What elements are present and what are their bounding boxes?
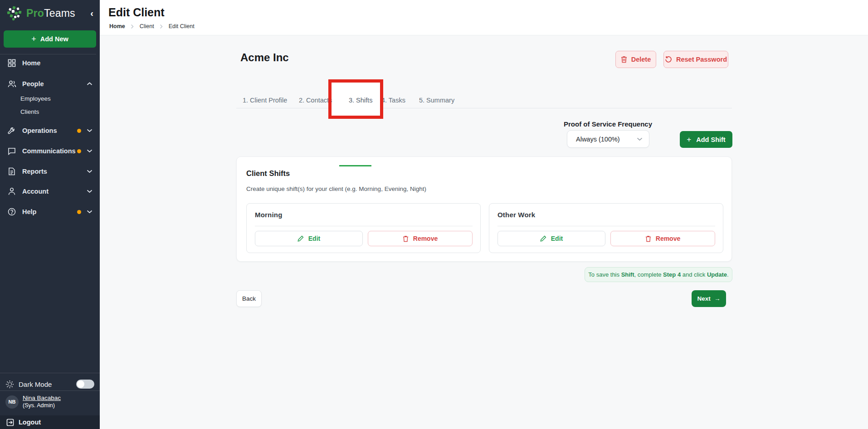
reset-password-button[interactable]: Reset Password	[663, 51, 728, 68]
client-name-heading: Acme Inc	[240, 51, 289, 64]
people-icon	[7, 79, 16, 88]
edit-shift-button[interactable]: Edit	[497, 231, 605, 246]
user-name[interactable]: Nina Bacabac	[23, 395, 61, 402]
plus-icon: +	[687, 135, 691, 144]
chevron-right-icon	[160, 24, 163, 29]
page-title: Edit Client	[108, 6, 165, 19]
notification-dot	[77, 149, 81, 153]
sidebar-item-communications[interactable]: Communications	[0, 144, 100, 158]
delete-button[interactable]: Delete	[615, 51, 656, 68]
add-new-button[interactable]: + Add New	[4, 30, 96, 48]
sidebar-item-people[interactable]: People	[0, 77, 100, 91]
chevron-down-icon	[87, 149, 93, 153]
logout-icon	[6, 419, 14, 426]
client-shifts-card: Client Shifts Create unique shift(s) for…	[236, 156, 732, 262]
dark-mode-toggle[interactable]	[76, 380, 94, 389]
breadcrumb-home[interactable]: Home	[109, 23, 125, 29]
tab-shifts[interactable]: 3. Shifts	[349, 93, 372, 108]
next-button[interactable]: Next →	[692, 290, 726, 307]
edit-shift-button[interactable]: Edit	[255, 231, 363, 246]
logout-button[interactable]: Logout	[0, 415, 100, 429]
proof-of-service-label: Proof of Service Frequency	[564, 120, 700, 128]
wizard-tabs: 1. Client Profile 2. Contacts 3. Shifts …	[236, 93, 732, 108]
page-header: Edit Client Home Client Edit Client	[100, 0, 868, 35]
breadcrumb-client[interactable]: Client	[140, 23, 154, 29]
avatar: NB	[5, 395, 19, 409]
chevron-down-icon	[87, 129, 93, 132]
notification-dot	[77, 210, 81, 214]
user-role: (Sys. Admin)	[23, 402, 61, 410]
breadcrumb: Home Client Edit Client	[109, 23, 195, 29]
sidebar: ProTeams ‹ + Add New Home People Employe…	[0, 0, 100, 429]
app-root: ProTeams ‹ + Add New Home People Employe…	[0, 0, 868, 429]
report-icon	[7, 167, 16, 176]
proteams-logo-icon	[6, 5, 23, 21]
reset-icon	[665, 56, 672, 63]
plus-icon: +	[31, 34, 36, 44]
trash-icon	[403, 235, 409, 242]
help-icon	[7, 207, 16, 216]
dark-mode-row: Dark Mode	[0, 377, 100, 391]
sidebar-item-employees[interactable]: Employees	[0, 93, 100, 104]
shift-name: Morning	[255, 211, 283, 219]
dashboard-icon	[7, 58, 16, 68]
sidebar-collapse-icon[interactable]: ‹	[90, 9, 93, 18]
pencil-icon	[540, 235, 546, 242]
dark-mode-label: Dark Mode	[19, 380, 52, 388]
add-shift-button[interactable]: + Add Shift	[680, 131, 732, 148]
tab-tasks[interactable]: 4. Tasks	[381, 93, 405, 108]
trash-icon	[621, 56, 627, 63]
sidebar-item-account[interactable]: Account	[0, 185, 100, 198]
shift-card-other-work: Other Work Edit Remove	[489, 203, 723, 253]
chevron-down-icon	[87, 170, 93, 173]
save-shift-notice: To save this Shift, complete Step 4 and …	[585, 267, 732, 282]
chevron-down-icon	[87, 210, 93, 214]
active-tab-underline	[339, 165, 371, 166]
client-shifts-description: Create unique shift(s) for your client (…	[246, 185, 426, 192]
chevron-down-icon	[637, 137, 643, 141]
tab-contacts[interactable]: 2. Contacts	[299, 93, 332, 108]
pencil-icon	[297, 235, 304, 242]
breadcrumb-edit-client: Edit Client	[169, 23, 195, 29]
remove-shift-button[interactable]: Remove	[610, 231, 715, 246]
chevron-right-icon	[131, 24, 134, 29]
chevron-down-icon	[87, 190, 93, 193]
brand-name: ProTeams	[26, 7, 75, 20]
proof-of-service-select[interactable]: Always (100%)	[567, 130, 649, 148]
sidebar-divider	[0, 373, 100, 373]
divider	[497, 226, 715, 226]
sidebar-item-clients[interactable]: Clients	[0, 106, 100, 117]
user-profile[interactable]: NB Nina Bacabac (Sys. Admin)	[0, 395, 100, 410]
arrow-right-icon: →	[714, 295, 721, 302]
divider	[255, 226, 473, 226]
back-button[interactable]: Back	[236, 290, 262, 307]
sidebar-item-reports[interactable]: Reports	[0, 165, 100, 178]
client-shifts-title: Client Shifts	[246, 169, 290, 178]
tab-client-profile[interactable]: 1. Client Profile	[243, 93, 287, 108]
shift-card-morning: Morning Edit Remove	[246, 203, 481, 253]
sidebar-item-help[interactable]: Help	[0, 205, 100, 219]
sidebar-item-operations[interactable]: Operations	[0, 124, 100, 137]
notification-dot	[77, 129, 81, 133]
brand-logo[interactable]: ProTeams ‹	[0, 0, 100, 26]
chat-icon	[7, 146, 16, 156]
trash-icon	[645, 235, 651, 242]
wrench-icon	[7, 126, 16, 135]
sidebar-divider	[0, 390, 100, 391]
toggle-knob	[77, 380, 84, 388]
sidebar-item-home[interactable]: Home	[0, 56, 100, 70]
shift-name: Other Work	[497, 211, 535, 219]
remove-shift-button[interactable]: Remove	[368, 231, 473, 246]
main-content: Acme Inc Delete Reset Password 1. Client…	[100, 35, 868, 429]
person-icon	[7, 187, 16, 196]
sun-icon	[5, 380, 14, 389]
tab-summary[interactable]: 5. Summary	[419, 93, 454, 108]
sidebar-divider	[0, 54, 96, 54]
chevron-up-icon	[87, 82, 93, 86]
